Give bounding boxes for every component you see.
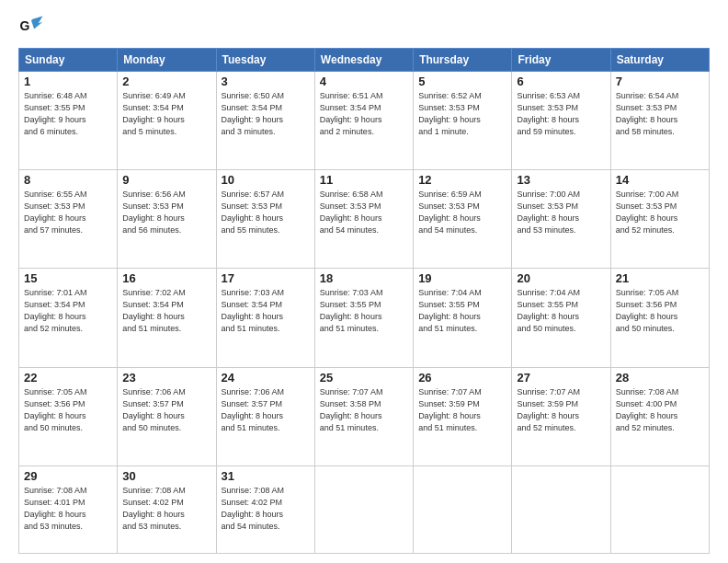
calendar-table: SundayMondayTuesdayWednesdayThursdayFrid… — [18, 48, 710, 554]
day-number: 19 — [418, 271, 506, 285]
day-info: Sunrise: 7:00 AM Sunset: 3:53 PM Dayligh… — [616, 189, 704, 236]
day-number: 3 — [222, 75, 310, 88]
calendar-cell: 21Sunrise: 7:05 AM Sunset: 3:56 PM Dayli… — [610, 269, 709, 367]
day-info: Sunrise: 7:08 AM Sunset: 4:01 PM Dayligh… — [24, 485, 112, 533]
day-number: 28 — [616, 371, 704, 385]
day-number: 27 — [517, 371, 605, 385]
day-number: 18 — [320, 271, 408, 285]
header: G — [18, 15, 710, 40]
day-info: Sunrise: 6:59 AM Sunset: 3:53 PM Dayligh… — [418, 189, 506, 236]
calendar-cell: 3Sunrise: 6:50 AM Sunset: 3:54 PM Daylig… — [216, 72, 314, 170]
day-info: Sunrise: 6:54 AM Sunset: 3:53 PM Dayligh… — [616, 90, 704, 138]
day-number: 1 — [24, 75, 112, 88]
day-info: Sunrise: 6:56 AM Sunset: 3:53 PM Dayligh… — [122, 189, 210, 236]
logo: G — [18, 15, 48, 40]
calendar-header-row: SundayMondayTuesdayWednesdayThursdayFrid… — [19, 49, 710, 72]
day-number: 4 — [320, 75, 408, 88]
day-info: Sunrise: 7:08 AM Sunset: 4:00 PM Dayligh… — [616, 386, 704, 434]
calendar-cell: 24Sunrise: 7:06 AM Sunset: 3:57 PM Dayli… — [216, 367, 314, 465]
day-info: Sunrise: 7:00 AM Sunset: 3:53 PM Dayligh… — [517, 189, 605, 236]
calendar-cell: 25Sunrise: 7:07 AM Sunset: 3:58 PM Dayli… — [314, 367, 413, 465]
day-info: Sunrise: 6:55 AM Sunset: 3:53 PM Dayligh… — [24, 189, 112, 236]
day-number: 10 — [222, 173, 310, 187]
calendar-cell: 13Sunrise: 7:00 AM Sunset: 3:53 PM Dayli… — [512, 170, 610, 269]
day-number: 25 — [320, 371, 408, 385]
calendar-cell: 31Sunrise: 7:08 AM Sunset: 4:02 PM Dayli… — [216, 465, 314, 553]
day-info: Sunrise: 7:08 AM Sunset: 4:02 PM Dayligh… — [122, 485, 210, 533]
calendar-cell: 5Sunrise: 6:52 AM Sunset: 3:53 PM Daylig… — [414, 72, 512, 170]
day-info: Sunrise: 7:08 AM Sunset: 4:02 PM Dayligh… — [222, 485, 310, 533]
page: G SundayMondayTuesdayWednesdayThursdayFr… — [0, 0, 728, 563]
day-number: 9 — [122, 173, 210, 187]
day-number: 30 — [122, 469, 210, 483]
calendar-week-row: 29Sunrise: 7:08 AM Sunset: 4:01 PM Dayli… — [19, 465, 710, 553]
day-number: 24 — [222, 371, 310, 385]
day-info: Sunrise: 7:04 AM Sunset: 3:55 PM Dayligh… — [517, 287, 605, 335]
day-number: 11 — [320, 173, 408, 187]
calendar-week-row: 22Sunrise: 7:05 AM Sunset: 3:56 PM Dayli… — [19, 367, 710, 465]
calendar-cell — [414, 465, 512, 553]
calendar-cell: 1Sunrise: 6:48 AM Sunset: 3:55 PM Daylig… — [19, 72, 118, 170]
day-info: Sunrise: 6:52 AM Sunset: 3:53 PM Dayligh… — [418, 90, 506, 138]
weekday-header-tuesday: Tuesday — [216, 49, 314, 72]
day-number: 8 — [24, 173, 112, 187]
day-info: Sunrise: 7:02 AM Sunset: 3:54 PM Dayligh… — [122, 287, 210, 335]
calendar-cell: 12Sunrise: 6:59 AM Sunset: 3:53 PM Dayli… — [414, 170, 512, 269]
day-number: 17 — [222, 271, 310, 285]
calendar-week-row: 1Sunrise: 6:48 AM Sunset: 3:55 PM Daylig… — [19, 72, 710, 170]
day-number: 16 — [122, 271, 210, 285]
day-number: 21 — [616, 271, 704, 285]
calendar-cell: 15Sunrise: 7:01 AM Sunset: 3:54 PM Dayli… — [19, 269, 118, 367]
day-info: Sunrise: 7:05 AM Sunset: 3:56 PM Dayligh… — [616, 287, 704, 335]
calendar-cell: 28Sunrise: 7:08 AM Sunset: 4:00 PM Dayli… — [610, 367, 709, 465]
calendar-week-row: 8Sunrise: 6:55 AM Sunset: 3:53 PM Daylig… — [19, 170, 710, 269]
day-info: Sunrise: 6:58 AM Sunset: 3:53 PM Dayligh… — [320, 189, 408, 236]
weekday-header-sunday: Sunday — [19, 49, 118, 72]
day-info: Sunrise: 7:06 AM Sunset: 3:57 PM Dayligh… — [222, 386, 310, 434]
day-info: Sunrise: 7:07 AM Sunset: 3:59 PM Dayligh… — [418, 386, 506, 434]
weekday-header-monday: Monday — [118, 49, 216, 72]
calendar-cell: 19Sunrise: 7:04 AM Sunset: 3:55 PM Dayli… — [414, 269, 512, 367]
calendar-cell: 8Sunrise: 6:55 AM Sunset: 3:53 PM Daylig… — [19, 170, 118, 269]
day-number: 6 — [517, 75, 605, 88]
day-number: 15 — [24, 271, 112, 285]
day-info: Sunrise: 6:49 AM Sunset: 3:54 PM Dayligh… — [122, 90, 210, 138]
day-info: Sunrise: 6:53 AM Sunset: 3:53 PM Dayligh… — [517, 90, 605, 138]
calendar-cell: 7Sunrise: 6:54 AM Sunset: 3:53 PM Daylig… — [610, 72, 709, 170]
weekday-header-friday: Friday — [512, 49, 610, 72]
calendar-cell: 10Sunrise: 6:57 AM Sunset: 3:53 PM Dayli… — [216, 170, 314, 269]
calendar-cell: 23Sunrise: 7:06 AM Sunset: 3:57 PM Dayli… — [118, 367, 216, 465]
day-info: Sunrise: 7:06 AM Sunset: 3:57 PM Dayligh… — [122, 386, 210, 434]
day-number: 20 — [517, 271, 605, 285]
day-info: Sunrise: 7:04 AM Sunset: 3:55 PM Dayligh… — [418, 287, 506, 335]
calendar-cell: 17Sunrise: 7:03 AM Sunset: 3:54 PM Dayli… — [216, 269, 314, 367]
calendar-cell: 29Sunrise: 7:08 AM Sunset: 4:01 PM Dayli… — [19, 465, 118, 553]
calendar-cell: 16Sunrise: 7:02 AM Sunset: 3:54 PM Dayli… — [118, 269, 216, 367]
calendar-cell — [610, 465, 709, 553]
day-number: 29 — [24, 469, 112, 483]
calendar-week-row: 15Sunrise: 7:01 AM Sunset: 3:54 PM Dayli… — [19, 269, 710, 367]
calendar-cell: 4Sunrise: 6:51 AM Sunset: 3:54 PM Daylig… — [314, 72, 413, 170]
day-info: Sunrise: 6:51 AM Sunset: 3:54 PM Dayligh… — [320, 90, 408, 138]
calendar-cell: 11Sunrise: 6:58 AM Sunset: 3:53 PM Dayli… — [314, 170, 413, 269]
day-info: Sunrise: 7:07 AM Sunset: 3:58 PM Dayligh… — [320, 386, 408, 434]
day-number: 23 — [122, 371, 210, 385]
day-info: Sunrise: 7:01 AM Sunset: 3:54 PM Dayligh… — [24, 287, 112, 335]
day-info: Sunrise: 7:03 AM Sunset: 3:55 PM Dayligh… — [320, 287, 408, 335]
calendar-cell: 27Sunrise: 7:07 AM Sunset: 3:59 PM Dayli… — [512, 367, 610, 465]
day-number: 13 — [517, 173, 605, 187]
calendar-cell: 2Sunrise: 6:49 AM Sunset: 3:54 PM Daylig… — [118, 72, 216, 170]
calendar-cell: 26Sunrise: 7:07 AM Sunset: 3:59 PM Dayli… — [414, 367, 512, 465]
weekday-header-wednesday: Wednesday — [314, 49, 413, 72]
calendar-cell: 20Sunrise: 7:04 AM Sunset: 3:55 PM Dayli… — [512, 269, 610, 367]
weekday-header-saturday: Saturday — [610, 49, 709, 72]
day-number: 14 — [616, 173, 704, 187]
calendar-cell: 6Sunrise: 6:53 AM Sunset: 3:53 PM Daylig… — [512, 72, 610, 170]
calendar-cell: 30Sunrise: 7:08 AM Sunset: 4:02 PM Dayli… — [118, 465, 216, 553]
day-number: 2 — [122, 75, 210, 88]
weekday-header-thursday: Thursday — [414, 49, 512, 72]
day-info: Sunrise: 7:05 AM Sunset: 3:56 PM Dayligh… — [24, 386, 112, 434]
calendar-cell: 22Sunrise: 7:05 AM Sunset: 3:56 PM Dayli… — [19, 367, 118, 465]
calendar-cell: 9Sunrise: 6:56 AM Sunset: 3:53 PM Daylig… — [118, 170, 216, 269]
day-info: Sunrise: 6:57 AM Sunset: 3:53 PM Dayligh… — [222, 189, 310, 236]
